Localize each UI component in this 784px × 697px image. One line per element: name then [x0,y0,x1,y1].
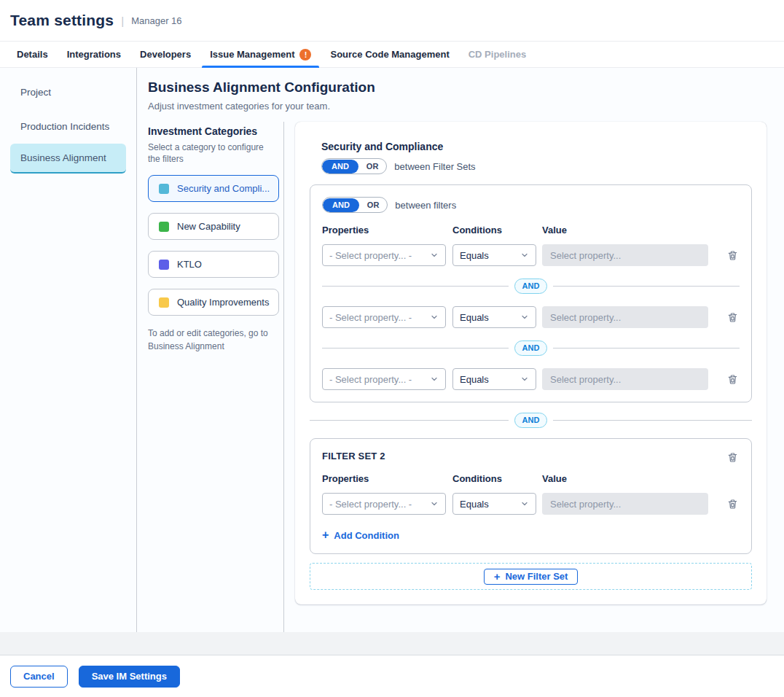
tab-source-code-management[interactable]: Source Code Management [321,42,458,67]
filter-set-1: AND OR between filters Properties Condit… [310,184,752,402]
category-color-swatch [159,260,169,270]
save-im-settings-button[interactable]: Save IM Settings [79,666,180,688]
sidebar-item-project[interactable]: Project [0,75,136,109]
categories-footnote: To add or edit categories, go to Busines… [148,327,268,353]
property-select[interactable]: - Select property... - [322,306,446,328]
delete-filter-button[interactable] [726,311,740,324]
joiner-line [310,420,509,421]
joiner-line [553,348,740,348]
property-select[interactable]: - Select property... - [322,244,446,266]
value-column-header: Value [542,225,708,235]
property-select[interactable]: - Select property... - [322,368,446,390]
condition-select[interactable]: Equals [452,306,536,328]
categories-title: Investment Categories [148,125,273,137]
joiner-line [322,286,509,287]
app-header: Team settings | Manager 16 [0,0,784,41]
chevron-down-icon [520,313,529,322]
value-input[interactable] [542,493,708,515]
sidebar-item-business-alignment-label: Business Alignment [20,152,106,163]
condition-select-value: Equals [460,374,489,385]
new-filter-set-label: New Filter Set [505,571,568,582]
category-color-swatch [159,222,169,232]
delete-filter-button[interactable] [726,249,740,262]
chevron-down-icon [430,375,439,383]
or-option[interactable]: OR [359,198,388,212]
property-select-value: - Select property... - [329,374,412,385]
filter-panel-wrap: Security and Compliance AND OR between F… [284,122,784,632]
title-divider: | [121,15,124,27]
action-footer: Cancel Save IM Settings [0,655,784,697]
value-input[interactable] [542,244,708,266]
tab-details-label: Details [17,49,48,60]
sidebar-item-project-label: Project [20,87,51,98]
filters-and-or-toggle[interactable]: AND OR [322,197,388,213]
or-option[interactable]: OR [358,160,387,174]
properties-column-header: Properties [322,473,452,484]
category-color-swatch [159,184,169,194]
add-condition-button[interactable]: + Add Condition [322,529,399,541]
category-ktlo[interactable]: KTLO [148,251,279,278]
tab-issue-management-label: Issue Management [210,49,294,60]
category-new-capability[interactable]: New Capability [148,213,279,240]
and-joiner-pill: AND [514,413,548,428]
condition-select-value: Equals [460,312,489,323]
filter-sets-and-or-toggle[interactable]: AND OR [321,158,387,174]
trash-icon [727,499,738,510]
category-label: New Capability [177,221,240,232]
trash-icon [727,250,738,261]
chevron-down-icon [430,251,439,260]
filter-panel-title: Security and Compliance [321,141,752,152]
property-select-value: - Select property... - [329,312,412,323]
delete-filter-button[interactable] [726,497,740,511]
cancel-button[interactable]: Cancel [10,666,68,688]
new-filter-set-dropzone: + New Filter Set [310,563,752,590]
new-filter-set-button[interactable]: + New Filter Set [484,569,579,585]
value-column-header: Value [542,473,708,484]
chevron-down-icon [520,375,529,383]
property-select[interactable]: - Select property... - [322,493,446,515]
tab-details[interactable]: Details [7,42,58,67]
content-area: Business Alignment Configuration Adjust … [137,68,784,632]
plus-icon: + [494,571,501,582]
delete-filter-set-button[interactable] [726,451,740,464]
sidebar-item-production-incidents[interactable]: Production Incidents [0,109,136,144]
category-label: Security and Compli... [177,183,270,194]
category-label: Quality Improvements [177,297,269,308]
tab-developers-label: Developers [140,49,191,60]
joiner-line [553,286,740,287]
condition-select[interactable]: Equals [452,368,536,390]
tab-issue-management[interactable]: Issue Management ! [200,42,321,67]
and-option[interactable]: AND [323,198,359,212]
row-joiner: AND [322,279,740,294]
filter-set-2: FILTER SET 2 Properties Conditions Value [310,438,752,554]
filter-row: - Select property... - Equals [322,244,740,266]
sidebar-item-production-incidents-label: Production Incidents [20,121,109,132]
category-quality-improvements[interactable]: Quality Improvements [148,289,279,316]
and-option[interactable]: AND [322,160,358,174]
category-security-and-compliance[interactable]: Security and Compli... [148,175,279,202]
chevron-down-icon [430,499,439,508]
tab-developers[interactable]: Developers [130,42,200,67]
condition-select[interactable]: Equals [452,244,536,266]
condition-select-value: Equals [460,499,489,510]
filter-columns-header: Properties Conditions Value [322,225,740,235]
sidebar-item-business-alignment[interactable]: Business Alignment [10,144,126,174]
filter-set-joiner: AND [310,413,752,428]
delete-filter-button[interactable] [726,373,740,386]
trash-icon [727,312,738,323]
filter-row: - Select property... - Equals [322,368,740,390]
value-input[interactable] [542,368,708,390]
tab-integrations-label: Integrations [67,49,121,60]
footer-spacer [0,632,784,655]
add-condition-label: Add Condition [334,530,399,541]
conditions-column-header: Conditions [452,473,542,484]
value-input[interactable] [542,306,708,328]
filter-row: - Select property... - Equals [322,306,740,328]
tab-source-code-management-label: Source Code Management [330,49,449,60]
tab-integrations[interactable]: Integrations [58,42,130,67]
main-area: Project Production Incidents Business Al… [0,68,784,632]
and-joiner-pill: AND [514,340,548,356]
condition-select[interactable]: Equals [452,493,536,515]
between-filter-sets-label: between Filter Sets [394,161,475,172]
tab-cd-pipelines-label: CD Pipelines [469,49,526,60]
